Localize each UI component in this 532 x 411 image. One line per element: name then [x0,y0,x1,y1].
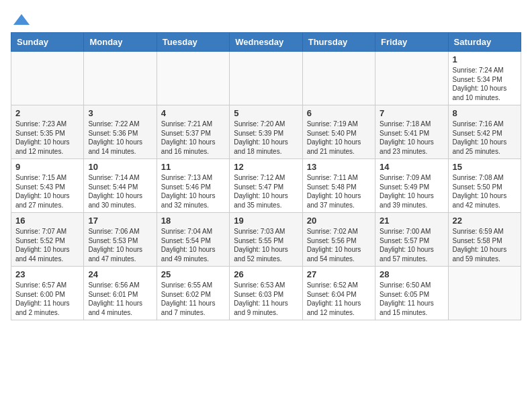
day-info: Sunrise: 7:11 AM Sunset: 5:48 PM Dayligh… [307,173,371,210]
weekday-header: Tuesday [157,33,229,52]
calendar-cell: 19Sunrise: 7:03 AM Sunset: 5:55 PM Dayli… [230,213,302,267]
day-number: 23 [15,269,79,279]
day-number: 4 [161,108,225,118]
calendar-cell: 3Sunrise: 7:22 AM Sunset: 5:36 PM Daylig… [84,105,157,159]
weekday-header: Friday [375,33,448,52]
calendar-cell [157,52,229,105]
calendar-table: SundayMondayTuesdayWednesdayThursdayFrid… [11,32,521,320]
day-number: 2 [15,108,79,118]
calendar-cell: 11Sunrise: 7:13 AM Sunset: 5:46 PM Dayli… [157,159,229,213]
calendar-cell: 25Sunrise: 6:55 AM Sunset: 6:02 PM Dayli… [157,267,229,320]
calendar-week-row: 1Sunrise: 7:24 AM Sunset: 5:34 PM Daylig… [11,52,521,105]
calendar-cell: 1Sunrise: 7:24 AM Sunset: 5:34 PM Daylig… [448,52,521,105]
day-info: Sunrise: 6:55 AM Sunset: 6:02 PM Dayligh… [161,281,225,317]
day-info: Sunrise: 6:50 AM Sunset: 6:05 PM Dayligh… [380,281,443,317]
calendar-cell [302,52,375,105]
page-header [11,11,521,27]
day-number: 17 [88,216,152,226]
calendar-cell: 2Sunrise: 7:23 AM Sunset: 5:35 PM Daylig… [11,105,84,159]
day-number: 9 [15,162,79,172]
calendar-cell [11,52,84,105]
day-number: 14 [380,162,443,172]
calendar-cell: 14Sunrise: 7:09 AM Sunset: 5:49 PM Dayli… [375,159,448,213]
day-info: Sunrise: 7:18 AM Sunset: 5:41 PM Dayligh… [380,120,443,156]
day-number: 20 [307,216,371,226]
day-number: 13 [307,162,371,172]
svg-marker-0 [13,14,30,25]
day-number: 8 [453,108,517,118]
calendar-cell: 5Sunrise: 7:20 AM Sunset: 5:39 PM Daylig… [230,105,302,159]
calendar-week-row: 16Sunrise: 7:07 AM Sunset: 5:52 PM Dayli… [11,213,521,267]
day-number: 11 [161,162,225,172]
day-number: 24 [88,269,152,279]
weekday-header: Sunday [11,33,84,52]
day-info: Sunrise: 7:21 AM Sunset: 5:37 PM Dayligh… [161,120,225,156]
day-info: Sunrise: 7:04 AM Sunset: 5:54 PM Dayligh… [161,227,225,263]
weekday-header: Saturday [448,33,521,52]
day-number: 18 [161,216,225,226]
calendar-cell: 10Sunrise: 7:14 AM Sunset: 5:44 PM Dayli… [84,159,157,213]
day-number: 5 [234,108,298,118]
calendar-week-row: 2Sunrise: 7:23 AM Sunset: 5:35 PM Daylig… [11,105,521,159]
calendar-cell: 24Sunrise: 6:56 AM Sunset: 6:01 PM Dayli… [84,267,157,320]
calendar-cell: 28Sunrise: 6:50 AM Sunset: 6:05 PM Dayli… [375,267,448,320]
calendar-body: 1Sunrise: 7:24 AM Sunset: 5:34 PM Daylig… [11,52,521,320]
day-number: 28 [380,269,443,279]
calendar-cell [230,52,302,105]
day-info: Sunrise: 7:03 AM Sunset: 5:55 PM Dayligh… [234,227,298,263]
calendar-cell: 27Sunrise: 6:52 AM Sunset: 6:04 PM Dayli… [302,267,375,320]
calendar-cell: 16Sunrise: 7:07 AM Sunset: 5:52 PM Dayli… [11,213,84,267]
day-info: Sunrise: 6:52 AM Sunset: 6:04 PM Dayligh… [307,281,371,317]
calendar-cell: 13Sunrise: 7:11 AM Sunset: 5:48 PM Dayli… [302,159,375,213]
calendar-cell [448,267,521,320]
day-number: 10 [88,162,152,172]
calendar-cell: 18Sunrise: 7:04 AM Sunset: 5:54 PM Dayli… [157,213,229,267]
day-number: 21 [380,216,443,226]
weekday-header: Monday [84,33,157,52]
day-number: 16 [15,216,79,226]
weekday-header: Thursday [302,33,375,52]
day-number: 25 [161,269,225,279]
calendar-cell: 9Sunrise: 7:15 AM Sunset: 5:43 PM Daylig… [11,159,84,213]
day-number: 12 [234,162,298,172]
calendar-cell: 17Sunrise: 7:06 AM Sunset: 5:53 PM Dayli… [84,213,157,267]
day-number: 15 [453,162,517,172]
calendar-cell: 23Sunrise: 6:57 AM Sunset: 6:00 PM Dayli… [11,267,84,320]
day-info: Sunrise: 7:07 AM Sunset: 5:52 PM Dayligh… [15,227,79,263]
day-number: 3 [88,108,152,118]
calendar-cell [84,52,157,105]
day-number: 1 [453,54,517,64]
calendar-cell: 26Sunrise: 6:53 AM Sunset: 6:03 PM Dayli… [230,267,302,320]
day-number: 7 [380,108,443,118]
day-info: Sunrise: 7:06 AM Sunset: 5:53 PM Dayligh… [88,227,152,263]
day-info: Sunrise: 6:53 AM Sunset: 6:03 PM Dayligh… [234,281,298,317]
calendar-cell [375,52,448,105]
calendar-cell: 22Sunrise: 6:59 AM Sunset: 5:58 PM Dayli… [448,213,521,267]
day-number: 22 [453,216,517,226]
calendar-header-row: SundayMondayTuesdayWednesdayThursdayFrid… [11,33,521,52]
day-info: Sunrise: 7:22 AM Sunset: 5:36 PM Dayligh… [88,120,152,156]
calendar-cell: 8Sunrise: 7:16 AM Sunset: 5:42 PM Daylig… [448,105,521,159]
calendar-cell: 21Sunrise: 7:00 AM Sunset: 5:57 PM Dayli… [375,213,448,267]
day-info: Sunrise: 7:12 AM Sunset: 5:47 PM Dayligh… [234,173,298,210]
day-info: Sunrise: 7:13 AM Sunset: 5:46 PM Dayligh… [161,173,225,210]
day-info: Sunrise: 7:19 AM Sunset: 5:40 PM Dayligh… [307,120,371,156]
day-number: 27 [307,269,371,279]
day-info: Sunrise: 7:00 AM Sunset: 5:57 PM Dayligh… [380,227,443,263]
day-number: 26 [234,269,298,279]
day-info: Sunrise: 7:23 AM Sunset: 5:35 PM Dayligh… [15,120,79,156]
day-number: 19 [234,216,298,226]
logo-icon [12,13,31,26]
day-info: Sunrise: 7:24 AM Sunset: 5:34 PM Dayligh… [453,66,517,102]
day-info: Sunrise: 7:15 AM Sunset: 5:43 PM Dayligh… [15,173,79,210]
calendar-week-row: 9Sunrise: 7:15 AM Sunset: 5:43 PM Daylig… [11,159,521,213]
calendar-cell: 20Sunrise: 7:02 AM Sunset: 5:56 PM Dayli… [302,213,375,267]
day-info: Sunrise: 7:20 AM Sunset: 5:39 PM Dayligh… [234,120,298,156]
day-number: 6 [307,108,371,118]
day-info: Sunrise: 6:59 AM Sunset: 5:58 PM Dayligh… [453,227,517,263]
day-info: Sunrise: 6:56 AM Sunset: 6:01 PM Dayligh… [88,281,152,317]
weekday-header: Wednesday [230,33,302,52]
calendar-cell: 15Sunrise: 7:08 AM Sunset: 5:50 PM Dayli… [448,159,521,213]
calendar-cell: 7Sunrise: 7:18 AM Sunset: 5:41 PM Daylig… [375,105,448,159]
day-info: Sunrise: 6:57 AM Sunset: 6:00 PM Dayligh… [15,281,79,317]
